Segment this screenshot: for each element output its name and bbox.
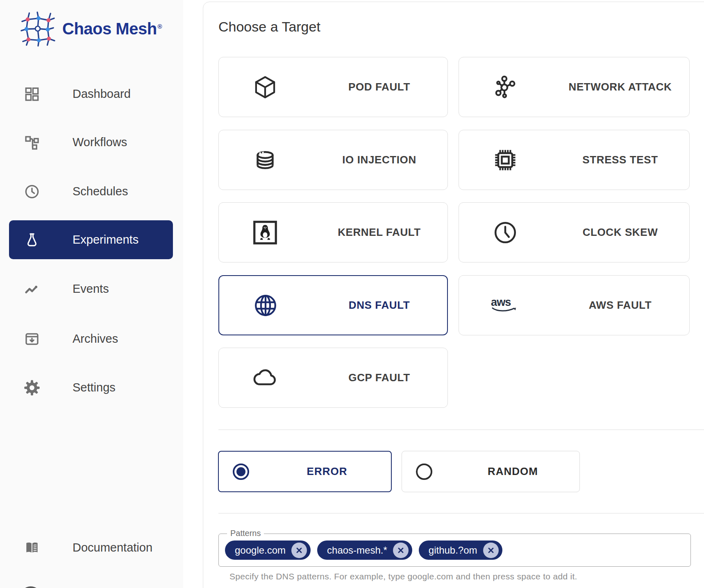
target-card-io-injection[interactable]: IO INJECTION	[218, 130, 448, 190]
page-title: Choose a Target	[218, 19, 320, 35]
pattern-chip-text: google.com	[235, 545, 286, 556]
clock-skew-icon	[459, 219, 551, 247]
target-card-label: AWS FAULT	[551, 299, 689, 312]
dashboard-icon	[23, 86, 41, 103]
sidebar-item-label: Documentation	[73, 541, 152, 554]
dns-fault-icon	[219, 292, 311, 319]
sidebar-item-dashboard[interactable]: Dashboard	[9, 75, 173, 113]
documentation-icon	[23, 539, 41, 556]
target-card-label: GCP FAULT	[311, 371, 447, 384]
kernel-fault-icon	[219, 218, 311, 247]
app-logo[interactable]: Chaos Mesh®	[20, 11, 162, 47]
mode-option-label: ERROR	[263, 465, 391, 478]
app-title: Chaos Mesh®	[62, 20, 162, 37]
sidebar-item-archives[interactable]: Archives	[9, 319, 173, 358]
aws-fault-icon: aws	[459, 296, 551, 314]
target-card-aws-fault[interactable]: aws AWS FAULT	[459, 275, 690, 335]
mode-option-label: RANDOM	[446, 465, 579, 478]
github-icon[interactable]	[20, 586, 41, 588]
target-card-label: NETWORK ATTACK	[551, 81, 689, 93]
chaos-mesh-app: Chaos Mesh® Dashboard	[0, 0, 704, 588]
target-card-gcp-fault[interactable]: GCP FAULT	[218, 348, 448, 408]
target-card-label: KERNEL FAULT	[311, 226, 447, 239]
experiments-icon	[23, 231, 41, 249]
registered-mark: ®	[158, 23, 162, 30]
svg-text:aws: aws	[491, 296, 511, 308]
patterns-input-label: Patterns	[227, 529, 264, 538]
target-card-network-attack[interactable]: NETWORK ATTACK	[459, 57, 690, 117]
section-divider	[218, 430, 704, 430]
settings-icon	[23, 379, 41, 396]
sidebar-item-experiments[interactable]: Experiments	[9, 220, 173, 259]
section-divider	[218, 513, 704, 513]
chip-delete-button[interactable]	[483, 543, 499, 558]
pod-fault-icon	[219, 73, 311, 101]
stress-test-icon	[459, 146, 551, 174]
patterns-helper-text: Specify the DNS patterns. For example, t…	[229, 572, 577, 581]
sidebar-item-label: Dashboard	[73, 87, 131, 101]
mode-option-random[interactable]: RANDOM	[402, 451, 580, 492]
events-icon	[23, 280, 41, 298]
chip-delete-button[interactable]	[291, 543, 307, 558]
sidebar-item-documentation[interactable]: Documentation	[9, 528, 173, 567]
radio-unselected-icon	[402, 464, 446, 480]
sidebar-item-label: Events	[73, 282, 109, 296]
sidebar-item-settings[interactable]: Settings	[9, 368, 173, 407]
sidebar-item-label: Workflows	[73, 136, 127, 149]
target-card-pod-fault[interactable]: POD FAULT	[218, 57, 448, 117]
pattern-chip: google.com	[225, 541, 311, 560]
target-card-stress-test[interactable]: STRESS TEST	[459, 130, 690, 190]
io-injection-icon	[219, 146, 311, 174]
pattern-chip: chaos-mesh.*	[317, 541, 412, 560]
sidebar-item-label: Archives	[73, 332, 118, 346]
gcp-fault-icon	[219, 364, 311, 392]
target-card-label: POD FAULT	[311, 81, 447, 93]
chaos-mesh-logo-icon	[20, 11, 56, 47]
pattern-chip: github.?om	[419, 541, 502, 560]
target-card-label: DNS FAULT	[311, 299, 447, 312]
target-card-label: IO INJECTION	[311, 154, 447, 166]
pattern-chip-text: github.?om	[429, 545, 477, 556]
sidebar-item-workflows[interactable]: Workflows	[9, 123, 173, 162]
target-card-label: STRESS TEST	[551, 154, 689, 166]
sidebar: Chaos Mesh® Dashboard	[0, 0, 183, 588]
sidebar-item-events[interactable]: Events	[9, 269, 173, 308]
target-card-clock-skew[interactable]: CLOCK SKEW	[459, 202, 690, 262]
network-attack-icon	[459, 73, 551, 101]
pattern-chip-text: chaos-mesh.*	[327, 545, 387, 556]
target-card-label: CLOCK SKEW	[551, 226, 689, 239]
schedules-icon	[23, 183, 41, 200]
sidebar-item-label: Experiments	[73, 233, 139, 247]
target-card-kernel-fault[interactable]: KERNEL FAULT	[218, 202, 448, 262]
sidebar-item-label: Schedules	[73, 185, 128, 198]
workflows-icon	[23, 134, 41, 151]
sidebar-item-schedules[interactable]: Schedules	[9, 172, 173, 211]
sidebar-item-label: Settings	[73, 381, 116, 394]
target-card-dns-fault[interactable]: DNS FAULT	[218, 275, 448, 335]
pattern-chip-list: google.com chaos-mesh.* github.?om	[225, 541, 502, 560]
radio-selected-icon	[219, 464, 263, 480]
archives-icon	[23, 330, 41, 348]
mode-option-error[interactable]: ERROR	[218, 451, 392, 492]
chip-delete-button[interactable]	[393, 543, 409, 558]
